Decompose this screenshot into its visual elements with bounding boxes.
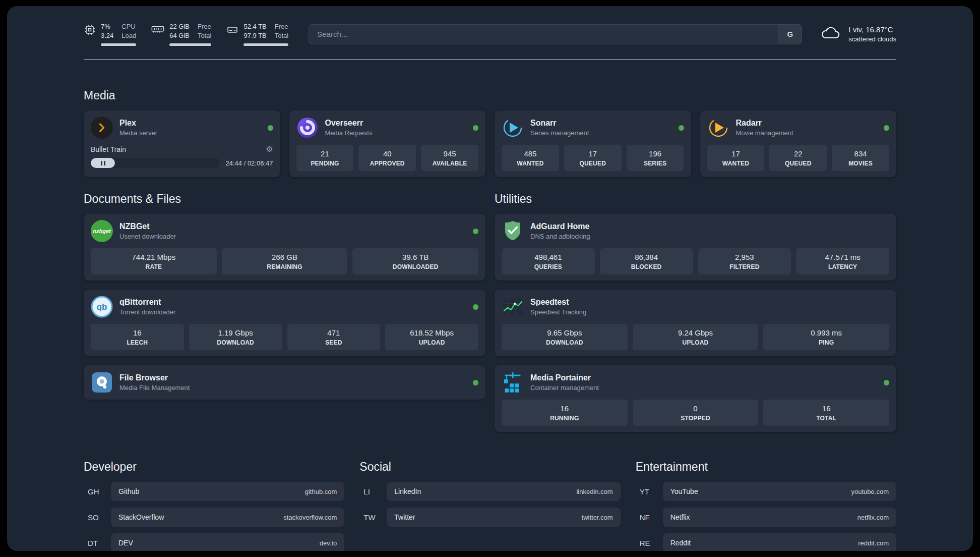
link-name: YouTube [670, 487, 698, 495]
app-name: Speedtest [530, 298, 586, 307]
pause-icon[interactable] [91, 158, 115, 168]
cpu-monitor: 7% 3.24 CPU Load [84, 22, 136, 46]
stat-approved: 40 APPROVED [358, 145, 416, 171]
link-name: LinkedIn [394, 487, 421, 495]
link-linkedin[interactable]: LI LinkedIn linkedin.com [359, 482, 620, 501]
adguard-icon [502, 220, 524, 242]
topbar-divider [84, 59, 896, 60]
weather-location: Lviv, 16.87°C [848, 25, 896, 35]
radarr-icon [707, 117, 729, 139]
status-dot [473, 304, 478, 310]
link-stackoverflow[interactable]: SO StackOverflow stackoverflow.com [84, 508, 344, 527]
stat-upload: 9.24 Gbps UPLOAD [633, 324, 759, 350]
app-desc: Media server [119, 129, 157, 137]
link-url: youtube.com [851, 488, 889, 495]
link-name: StackOverflow [118, 513, 164, 521]
weather-widget[interactable]: Lviv, 16.87°C scattered clouds [819, 25, 896, 44]
ram-usage-bar [169, 43, 211, 46]
overseerr-card[interactable]: Overseerr Media Requests 21 PENDING 40 A… [289, 110, 486, 177]
stat-downloaded: 39.6 TB DOWNLOADED [352, 248, 478, 274]
radarr-card[interactable]: Radarr Movie management 17 WANTED 22 QUE… [700, 110, 897, 177]
cpu-usage-bar [101, 43, 136, 46]
cpu-icon [84, 24, 96, 38]
search-engine-button[interactable]: G [778, 24, 802, 44]
app-desc: Usenet downloader [119, 233, 176, 240]
cloud-icon [819, 25, 841, 43]
link-youtube[interactable]: YT YouTube youtube.com [636, 482, 896, 501]
disk-label-1: Free [275, 22, 288, 31]
adguard-card[interactable]: AdGuard Home DNS and adblocking 498,461 … [495, 214, 896, 281]
app-desc: DNS and adblocking [530, 233, 590, 240]
ram-icon [151, 24, 164, 37]
qbittorrent-icon: qb [91, 296, 113, 318]
cpu-load: 3.24 [101, 31, 113, 40]
link-name: Netflix [670, 513, 690, 521]
weather-condition: scattered clouds [848, 35, 896, 44]
search-input[interactable] [309, 24, 778, 44]
plex-card[interactable]: Plex Media server Bullet Train ⚙ 24:44 /… [84, 110, 280, 177]
settings-gear-icon[interactable]: ⚙ [266, 144, 273, 154]
link-github[interactable]: GH Github github.com [84, 482, 344, 501]
link-abbr: DT [84, 539, 111, 547]
app-desc: Torrent downloader [119, 308, 175, 316]
link-url: dev.to [320, 539, 337, 547]
link-abbr: LI [359, 487, 387, 496]
speedtest-icon [502, 296, 524, 318]
app-name: qBittorrent [119, 298, 175, 307]
section-title-developer: Developer [84, 460, 344, 474]
ram-free: 22 GiB [169, 22, 190, 31]
status-dot [473, 380, 478, 385]
stat-wanted: 485 WANTED [502, 145, 559, 171]
disk-label-2: Total [275, 31, 288, 40]
status-dot [884, 380, 889, 385]
developer-section: Developer GH Github github.com SO StackO… [84, 460, 344, 551]
link-url: stackoverflow.com [283, 514, 337, 521]
link-url: twitter.com [582, 514, 613, 521]
nzbget-card[interactable]: nzbget NZBGet Usenet downloader 744.21 M… [84, 214, 485, 281]
link-netflix[interactable]: NF Netflix netflix.com [636, 508, 896, 527]
app-name: Media Portainer [530, 373, 599, 382]
disk-total: 97.9 TB [243, 31, 266, 40]
system-monitors: 7% 3.24 CPU Load [84, 22, 288, 46]
stat-seed: 471 SEED [287, 324, 381, 350]
sonarr-icon [502, 117, 524, 139]
now-playing-title: Bullet Train [91, 145, 126, 153]
link-twitter[interactable]: TW Twitter twitter.com [359, 508, 620, 527]
status-dot [268, 125, 273, 131]
stat-ping: 0.993 ms PING [763, 324, 889, 350]
nzbget-icon: nzbget [91, 220, 113, 242]
speedtest-card[interactable]: Speedtest Speedtest Tracking 9.65 Gbps D… [495, 290, 896, 356]
section-title-utilities: Utilities [495, 192, 896, 206]
app-name: Overseerr [325, 119, 373, 128]
app-desc: Series management [530, 129, 589, 137]
playback-progress-bar[interactable] [91, 158, 220, 168]
stat-movies: 834 MOVIES [832, 145, 889, 171]
qbittorrent-card[interactable]: qb qBittorrent Torrent downloader 16 LEE… [84, 290, 485, 356]
stat-leech: 16 LEECH [91, 324, 184, 350]
ram-label-2: Total [198, 31, 211, 40]
stat-queries: 498,461 QUERIES [502, 248, 595, 274]
cpu-percent: 7% [101, 22, 113, 31]
disk-usage-bar [243, 43, 288, 46]
stat-available: 945 AVAILABLE [421, 145, 478, 171]
link-reddit[interactable]: RE Reddit reddit.com [636, 533, 896, 551]
app-name: File Browser [119, 373, 190, 382]
search-bar: G [309, 24, 802, 44]
stat-download: 9.65 Gbps DOWNLOAD [502, 324, 628, 350]
sonarr-card[interactable]: Sonarr Series management 485 WANTED 17 Q… [495, 110, 691, 177]
cpu-label-2: Load [121, 31, 136, 40]
link-name: Reddit [670, 539, 691, 547]
status-dot [679, 125, 684, 131]
status-dot [884, 125, 889, 131]
svg-text:qb: qb [97, 302, 107, 312]
portainer-card[interactable]: Media Portainer Container management 16 … [495, 365, 896, 432]
filebrowser-icon [91, 371, 113, 394]
stat-filtered: 2,953 FILTERED [698, 248, 791, 274]
section-title-social: Social [359, 460, 620, 474]
app-name: Radarr [736, 119, 793, 128]
link-abbr: SO [84, 513, 111, 522]
link-abbr: GH [84, 487, 111, 496]
utilities-section: Utilities AdGuard Home DNS and a [495, 177, 896, 432]
link-dev[interactable]: DT DEV dev.to [84, 533, 344, 551]
filebrowser-card[interactable]: File Browser Media File Management [84, 365, 485, 400]
